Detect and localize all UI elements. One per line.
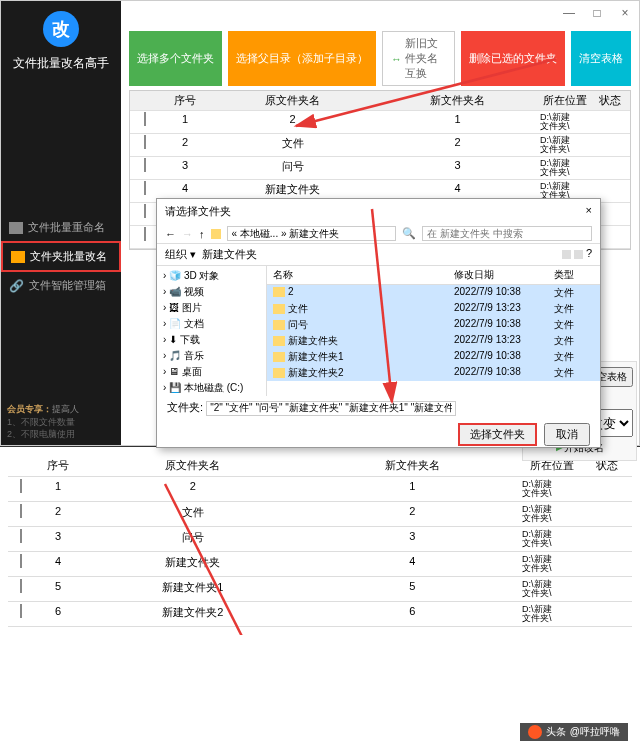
search-input[interactable]	[422, 226, 592, 241]
checkbox[interactable]	[20, 604, 22, 618]
file-row[interactable]: 新建文件夹12022/7/9 10:38文件	[267, 349, 600, 365]
checkbox[interactable]	[144, 181, 146, 195]
sidebar-spacer	[1, 84, 121, 214]
close-button[interactable]: ×	[611, 6, 639, 20]
help-icon[interactable]: ?	[586, 247, 592, 259]
cancel-button[interactable]: 取消	[544, 423, 590, 446]
checkbox[interactable]	[20, 554, 22, 568]
sidebar-item-folder-rename[interactable]: 文件夹批量改名	[1, 241, 121, 272]
new-folder-button[interactable]: 新建文件夹	[202, 248, 257, 260]
file-row[interactable]: 22022/7/9 10:38文件	[267, 285, 600, 301]
file-row[interactable]: 问号2022/7/9 10:38文件	[267, 317, 600, 333]
file-list[interactable]: 名称修改日期类型 22022/7/9 10:38文件文件2022/7/9 13:…	[267, 266, 600, 396]
tree-item[interactable]: › 🧊 3D 对象	[159, 268, 264, 284]
app-title: 文件批量改名高手	[1, 51, 121, 84]
tree-item[interactable]: › 🎵 音乐	[159, 348, 264, 364]
organize-dropdown[interactable]: 组织 ▾	[165, 248, 196, 260]
folder-icon	[273, 336, 285, 346]
table-row[interactable]: 2文件2D:\新建文件夹\	[130, 134, 630, 157]
checkbox[interactable]	[144, 204, 146, 218]
checkbox[interactable]	[20, 504, 22, 518]
folder-icon	[273, 304, 285, 314]
table-row[interactable]: 6新建文件夹26D:\新建文件夹\	[8, 602, 632, 627]
tree-item[interactable]: › 🖼 图片	[159, 300, 264, 316]
folder-tree[interactable]: › 🧊 3D 对象› 📹 视频› 🖼 图片› 📄 文档› ⬇ 下载› 🎵 音乐›…	[157, 266, 267, 396]
checkbox[interactable]	[20, 479, 22, 493]
select-multi-folders-button[interactable]: 选择多个文件夹	[129, 31, 222, 86]
select-folder-button[interactable]: 选择文件夹	[458, 423, 537, 446]
folder-icon	[273, 287, 285, 297]
folder-icon	[211, 229, 221, 239]
maximize-button[interactable]: □	[583, 6, 611, 20]
folder-select-dialog: 请选择文件夹× ← → ↑ 🔍 组织 ▾ 新建文件夹 ? › 🧊 3D 对象› …	[156, 198, 601, 448]
nav-up-button[interactable]: ↑	[199, 228, 205, 240]
sidebar-item-file-manager[interactable]: 🔗文件智能管理箱	[1, 272, 121, 299]
table-row[interactable]: 3问号3D:\新建文件夹\	[8, 527, 632, 552]
folder-icon	[273, 352, 285, 362]
table-row[interactable]: 5新建文件夹15D:\新建文件夹\	[8, 577, 632, 602]
tree-item[interactable]: › 🖥 桌面	[159, 364, 264, 380]
folder-icon	[273, 320, 285, 330]
tree-item[interactable]: › ⬇ 下载	[159, 332, 264, 348]
app-logo: 改	[43, 11, 79, 47]
tool-icon: 🔗	[9, 279, 24, 293]
nav-back-button[interactable]: ←	[165, 228, 176, 240]
folder-icon	[11, 251, 25, 263]
clear-table-button[interactable]: 清空表格	[571, 31, 631, 86]
folder-field[interactable]	[206, 401, 456, 416]
dialog-close-button[interactable]: ×	[586, 204, 592, 219]
nav-fwd-button[interactable]: →	[182, 228, 193, 240]
file-row[interactable]: 文件2022/7/9 13:23文件	[267, 301, 600, 317]
view-icon-1[interactable]	[562, 250, 571, 259]
file-icon	[9, 222, 23, 234]
arrow-annotation-2	[337, 207, 407, 407]
table-row[interactable]: 121D:\新建文件夹\	[8, 477, 632, 502]
arrow-annotation-1	[291, 56, 561, 136]
svg-line-3	[165, 484, 265, 635]
checkbox[interactable]	[144, 227, 146, 241]
tree-item[interactable]: › 📹 视频	[159, 284, 264, 300]
folder-icon	[273, 368, 285, 378]
checkbox[interactable]	[144, 158, 146, 172]
table-row[interactable]: 2文件2D:\新建文件夹\	[8, 502, 632, 527]
arrow-annotation-3	[155, 482, 275, 635]
sidebar-item-file-rename[interactable]: 文件批量重命名	[1, 214, 121, 241]
checkbox[interactable]	[20, 579, 22, 593]
tree-item[interactable]: › 💾 本地磁盘 (C:)	[159, 380, 264, 396]
checkbox[interactable]	[20, 529, 22, 543]
member-info: 会员专享：提高人 1、不限文件数量2、不限电脑使用	[7, 403, 79, 441]
file-row[interactable]: 新建文件夹2022/7/9 13:23文件	[267, 333, 600, 349]
tree-item[interactable]: › 📄 文档	[159, 316, 264, 332]
file-row[interactable]: 新建文件夹22022/7/9 10:38文件	[267, 365, 600, 381]
svg-line-2	[372, 209, 392, 402]
folder-field-label: 文件夹:	[167, 401, 203, 413]
table-row[interactable]: 3问号3D:\新建文件夹\	[130, 157, 630, 180]
view-icon-2[interactable]	[574, 250, 583, 259]
svg-line-1	[296, 59, 556, 126]
checkbox[interactable]	[144, 135, 146, 149]
minimize-button[interactable]: —	[555, 6, 583, 20]
table-row[interactable]: 4新建文件夹4D:\新建文件夹\	[8, 552, 632, 577]
dialog-title: 请选择文件夹	[165, 204, 231, 219]
checkbox[interactable]	[144, 112, 146, 126]
